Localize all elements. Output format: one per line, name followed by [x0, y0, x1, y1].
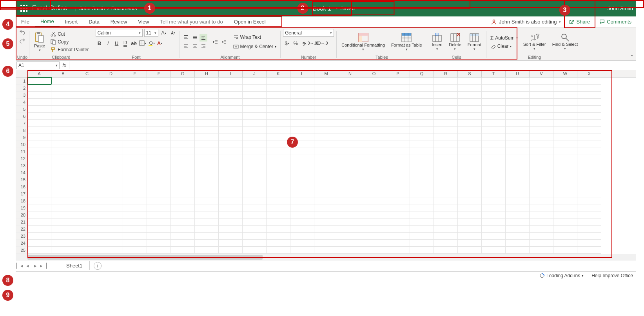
cell[interactable]: [123, 134, 147, 141]
cell[interactable]: [195, 141, 219, 148]
cell[interactable]: [458, 78, 482, 85]
wrap-text-button[interactable]: Wrap Text: [232, 34, 278, 41]
cell[interactable]: [530, 233, 553, 240]
select-all-corner[interactable]: [16, 70, 27, 77]
cell[interactable]: [530, 127, 553, 134]
cell[interactable]: [51, 247, 75, 254]
cell[interactable]: [530, 226, 553, 233]
cell[interactable]: [314, 240, 338, 247]
cell[interactable]: [338, 226, 362, 233]
cell[interactable]: [195, 106, 219, 113]
cell[interactable]: [75, 106, 99, 113]
row-header[interactable]: 5: [16, 106, 27, 113]
cell[interactable]: [553, 240, 577, 247]
cell[interactable]: [506, 99, 530, 106]
cell[interactable]: [410, 247, 434, 254]
cell[interactable]: [27, 141, 51, 148]
cell[interactable]: [171, 204, 195, 211]
cell[interactable]: [219, 169, 243, 176]
cell[interactable]: [51, 204, 75, 211]
cell[interactable]: [338, 78, 362, 85]
cell[interactable]: [434, 247, 458, 254]
cell[interactable]: [577, 141, 601, 148]
cell[interactable]: [506, 169, 530, 176]
cell[interactable]: [267, 197, 290, 204]
cell[interactable]: [506, 148, 530, 155]
cell[interactable]: [27, 218, 51, 226]
cell[interactable]: [123, 226, 147, 233]
cell[interactable]: [75, 169, 99, 176]
cell[interactable]: [171, 134, 195, 141]
cell[interactable]: [338, 204, 362, 211]
column-header[interactable]: E: [123, 70, 147, 77]
cell[interactable]: [410, 113, 434, 120]
row-header[interactable]: 17: [16, 190, 27, 197]
name-box[interactable]: A1 ▾: [16, 61, 60, 69]
cell[interactable]: [27, 155, 51, 162]
cell[interactable]: [243, 106, 267, 113]
cell[interactable]: [530, 85, 553, 92]
row-header[interactable]: 7: [16, 120, 27, 127]
breadcrumb-user[interactable]: John Smith: [79, 5, 105, 11]
cell[interactable]: [195, 247, 219, 254]
cell[interactable]: [577, 183, 601, 190]
row-header[interactable]: 15: [16, 176, 27, 183]
cell[interactable]: [147, 155, 171, 162]
cell[interactable]: [506, 120, 530, 127]
cell[interactable]: [51, 134, 75, 141]
cell[interactable]: [243, 169, 267, 176]
cell[interactable]: [75, 155, 99, 162]
cell[interactable]: [219, 113, 243, 120]
cell[interactable]: [267, 162, 290, 169]
cell[interactable]: [434, 190, 458, 197]
column-header[interactable]: L: [290, 70, 314, 77]
cell[interactable]: [553, 120, 577, 127]
cell[interactable]: [99, 85, 123, 92]
fill-color-button[interactable]: ▾: [147, 39, 155, 47]
cell[interactable]: [51, 233, 75, 240]
cell[interactable]: [267, 247, 290, 254]
cell[interactable]: [99, 99, 123, 106]
cell[interactable]: [434, 85, 458, 92]
cell[interactable]: [219, 106, 243, 113]
cell[interactable]: [219, 127, 243, 134]
cell[interactable]: [75, 247, 99, 254]
cell[interactable]: [219, 92, 243, 99]
cell[interactable]: [195, 113, 219, 120]
cell[interactable]: [386, 204, 410, 211]
cell[interactable]: [410, 197, 434, 204]
cell[interactable]: [386, 127, 410, 134]
cell[interactable]: [553, 127, 577, 134]
cell[interactable]: [386, 148, 410, 155]
cell[interactable]: [362, 120, 386, 127]
cell[interactable]: [530, 183, 553, 190]
cell[interactable]: [51, 226, 75, 233]
cell[interactable]: [362, 99, 386, 106]
cell[interactable]: [314, 127, 338, 134]
prev-sheet-button[interactable]: ◂: [24, 263, 31, 269]
cell[interactable]: [51, 85, 75, 92]
cell[interactable]: [434, 155, 458, 162]
cell[interactable]: [434, 92, 458, 99]
cell[interactable]: [51, 120, 75, 127]
cell[interactable]: [362, 211, 386, 218]
format-painter-button[interactable]: Format Painter: [49, 46, 90, 53]
cell[interactable]: [123, 218, 147, 226]
cell[interactable]: [577, 247, 601, 254]
cell[interactable]: [290, 106, 314, 113]
cell[interactable]: [410, 148, 434, 155]
cell[interactable]: [434, 240, 458, 247]
cell[interactable]: [75, 92, 99, 99]
cell[interactable]: [147, 120, 171, 127]
cell[interactable]: [51, 78, 75, 85]
cell[interactable]: [338, 134, 362, 141]
cell[interactable]: [267, 78, 290, 85]
cell[interactable]: [147, 127, 171, 134]
cell[interactable]: [219, 197, 243, 204]
cell[interactable]: [219, 85, 243, 92]
cell[interactable]: [553, 247, 577, 254]
cell[interactable]: [410, 226, 434, 233]
cell[interactable]: [219, 183, 243, 190]
cell[interactable]: [482, 141, 506, 148]
cell[interactable]: [314, 211, 338, 218]
